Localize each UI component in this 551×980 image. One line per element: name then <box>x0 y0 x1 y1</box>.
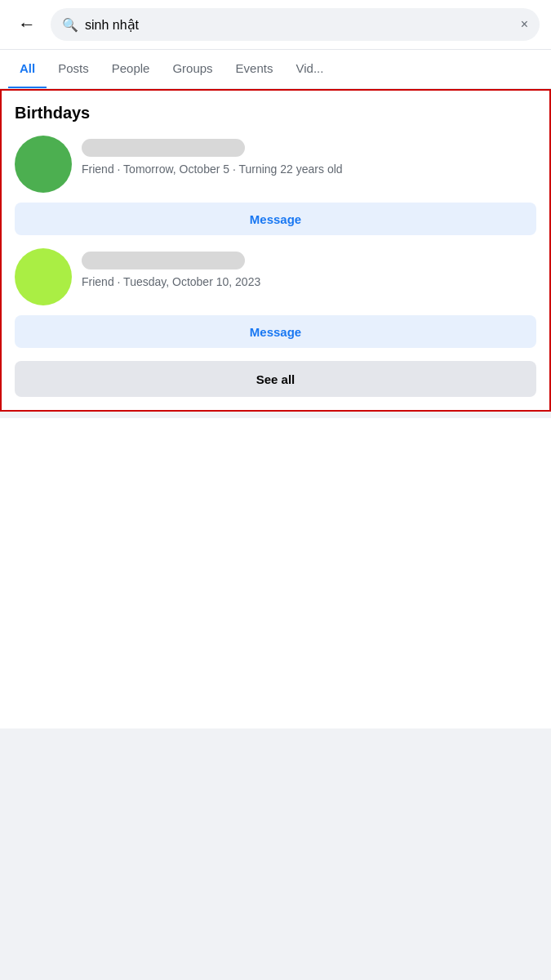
back-button[interactable]: ← <box>11 9 42 40</box>
message-button-2[interactable]: Message <box>15 315 536 348</box>
search-input[interactable] <box>85 17 514 32</box>
person-2-info: Friend · Tuesday, October 10, 2023 <box>82 248 536 291</box>
message-button-1[interactable]: Message <box>15 203 536 235</box>
header: ← 🔍 × <box>0 0 551 50</box>
person-2-name-placeholder <box>82 252 245 270</box>
tab-videos[interactable]: Vid... <box>284 50 335 89</box>
avatar-2 <box>15 248 72 305</box>
tab-people[interactable]: People <box>100 50 162 89</box>
tab-posts[interactable]: Posts <box>47 50 100 89</box>
clear-icon[interactable]: × <box>521 17 528 32</box>
person-1-info: Friend · Tomorrow, October 5 · Turning 2… <box>82 136 536 178</box>
avatar-1 <box>15 136 72 193</box>
tab-groups[interactable]: Groups <box>161 50 224 89</box>
birthdays-title: Birthdays <box>15 104 536 122</box>
birthdays-card: Birthdays Friend · Tomorrow, October 5 ·… <box>0 89 551 412</box>
person-1-section: Friend · Tomorrow, October 5 · Turning 2… <box>15 136 536 235</box>
tabs-bar: All Posts People Groups Events Vid... <box>0 50 551 89</box>
person-1-row: Friend · Tomorrow, October 5 · Turning 2… <box>15 136 536 193</box>
back-arrow-icon: ← <box>18 14 36 35</box>
search-icon: 🔍 <box>62 17 78 33</box>
person-2-meta: Friend · Tuesday, October 10, 2023 <box>82 274 536 291</box>
person-1-meta: Friend · Tomorrow, October 5 · Turning 2… <box>82 162 536 178</box>
tab-all[interactable]: All <box>8 50 47 89</box>
tab-events[interactable]: Events <box>224 50 285 89</box>
person-1-name-placeholder <box>82 139 245 157</box>
person-2-section: Friend · Tuesday, October 10, 2023 Messa… <box>15 248 536 348</box>
empty-space <box>0 418 551 728</box>
see-all-button[interactable]: See all <box>15 361 536 397</box>
search-bar: 🔍 × <box>51 8 540 41</box>
person-2-row: Friend · Tuesday, October 10, 2023 <box>15 248 536 305</box>
main-content: Birthdays Friend · Tomorrow, October 5 ·… <box>0 89 551 728</box>
